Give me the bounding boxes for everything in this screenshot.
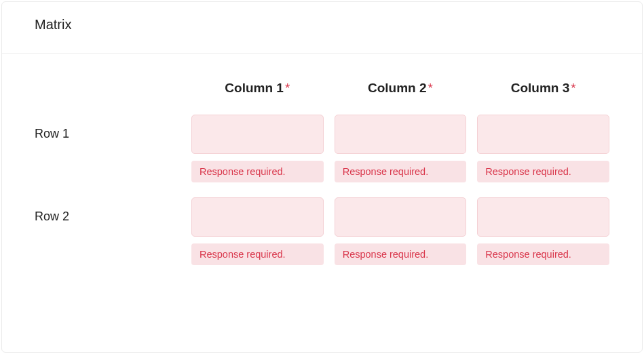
error-message: Response required. (335, 161, 467, 182)
cell-r2c1: Response required. (191, 197, 324, 265)
error-message: Response required. (477, 161, 609, 182)
column-label: Column 3 (511, 81, 570, 95)
row-label-1: Row 1 (35, 115, 181, 141)
card-title: Matrix (35, 17, 609, 33)
card-header: Matrix (2, 2, 642, 54)
column-header-2: Column 2* (335, 74, 467, 115)
error-message: Response required. (191, 243, 324, 265)
column-label: Column 2 (368, 81, 427, 95)
column-header-1: Column 1* (191, 74, 324, 115)
column-header-3: Column 3* (477, 74, 609, 115)
matrix-input-r1c2[interactable] (335, 115, 467, 154)
matrix-grid: Column 1* Column 2* Column 3* Row 1 Resp… (35, 74, 609, 280)
matrix-input-r1c3[interactable] (477, 115, 609, 154)
cell-r1c1: Response required. (191, 115, 324, 182)
error-message: Response required. (335, 243, 467, 265)
matrix-input-r2c1[interactable] (191, 197, 324, 237)
error-message: Response required. (191, 161, 324, 182)
matrix-input-r1c1[interactable] (191, 115, 324, 154)
error-message: Response required. (477, 243, 609, 265)
matrix-input-r2c3[interactable] (477, 197, 609, 237)
required-star-icon: * (285, 81, 290, 95)
cell-r1c3: Response required. (477, 115, 609, 182)
required-star-icon: * (571, 81, 575, 95)
matrix-body: Column 1* Column 2* Column 3* Row 1 Resp… (2, 54, 642, 294)
matrix-card: Matrix Column 1* Column 2* Column 3* Row… (1, 1, 643, 353)
cell-r2c3: Response required. (477, 197, 609, 265)
cell-r1c2: Response required. (335, 115, 467, 182)
row-label-2: Row 2 (35, 197, 181, 224)
matrix-input-r2c2[interactable] (335, 197, 467, 237)
column-label: Column 1 (225, 81, 284, 95)
required-star-icon: * (428, 81, 433, 95)
cell-r2c2: Response required. (335, 197, 467, 265)
